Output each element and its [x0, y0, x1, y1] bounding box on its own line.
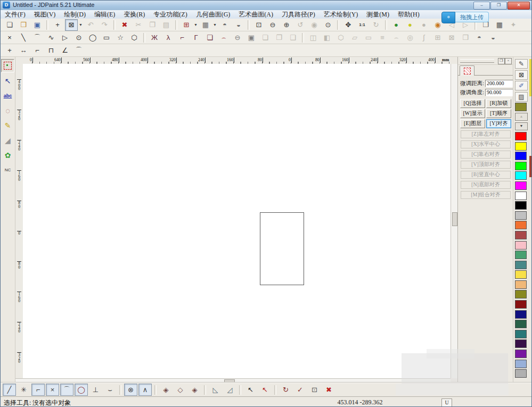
- measure-width-button[interactable]: ⊓: [45, 45, 58, 56]
- zoom-in-button[interactable]: ⊕: [280, 19, 293, 31]
- delete-button[interactable]: ✖: [118, 19, 131, 31]
- color-swatch[interactable]: [515, 132, 527, 140]
- outline-color-icon[interactable]: ⊠: [515, 70, 528, 80]
- text-tool-button[interactable]: abc: [1, 89, 14, 102]
- color-swatch[interactable]: [515, 171, 527, 180]
- head-cutter-button[interactable]: ◒: [232, 19, 245, 31]
- color-swatch[interactable]: [515, 330, 527, 338]
- color-swatch[interactable]: [515, 360, 527, 368]
- pick-window-button[interactable]: ⊡: [308, 384, 321, 396]
- art-brush-tool-button[interactable]: ✎: [1, 119, 14, 132]
- panel-header[interactable]: ❐ ×: [458, 57, 513, 65]
- spiral-tool-button[interactable]: ◎: [404, 32, 416, 44]
- snap-endpoint-button[interactable]: ╱: [3, 384, 16, 396]
- menu-item[interactable]: 编辑(E): [90, 10, 119, 19]
- snap-intersection-button[interactable]: ×: [46, 384, 59, 396]
- menu-item[interactable]: 专业功能(Z): [149, 10, 191, 19]
- select-mode-button[interactable]: ⊠: [65, 19, 78, 31]
- measure-angle-button[interactable]: ∠: [59, 45, 71, 56]
- show-highlight-button[interactable]: ●: [404, 19, 416, 31]
- panel-action-button[interactable]: [Y]对齐: [486, 119, 511, 128]
- color-swatch[interactable]: [515, 221, 527, 229]
- brush-color-icon[interactable]: ✐: [515, 81, 528, 90]
- draw-ellipse-button[interactable]: ◯: [86, 32, 99, 44]
- work-plane-free-button[interactable]: ◿: [223, 384, 236, 396]
- view-mode-dropdown[interactable]: ▼: [212, 20, 217, 30]
- snap-corner-button[interactable]: ⌐: [31, 384, 45, 396]
- paste-button[interactable]: ▤: [160, 19, 173, 31]
- zoom-previous-button[interactable]: ↺: [294, 19, 307, 31]
- color-swatch[interactable]: [515, 201, 527, 210]
- pen-color-icon[interactable]: ✎: [515, 59, 528, 69]
- draw-line-button[interactable]: ╲: [17, 32, 30, 44]
- vertical-scrollbar[interactable]: [451, 64, 458, 378]
- panel-action-button[interactable]: [W]显示: [460, 109, 485, 118]
- drawing-canvas[interactable]: [23, 64, 451, 378]
- trim-curve-button[interactable]: Ж: [148, 32, 161, 44]
- attribute-table-button[interactable]: ▦: [493, 19, 506, 31]
- menu-item[interactable]: 帮助(H): [394, 10, 424, 19]
- color-swatch[interactable]: [515, 339, 527, 348]
- node-edit-tool-button[interactable]: ↖: [1, 74, 14, 87]
- view-all-button[interactable]: ◉: [308, 19, 321, 31]
- panel-restore-button[interactable]: ❐: [498, 58, 505, 64]
- minimize-button[interactable]: –: [473, 2, 490, 10]
- snap-plane-xy-button[interactable]: ◈: [159, 384, 173, 396]
- render-tool-button[interactable]: ✦: [507, 19, 520, 31]
- color-swatch[interactable]: [515, 270, 527, 279]
- knife-tool-button[interactable]: ◢: [1, 134, 14, 147]
- combine-a-button[interactable]: ◫: [307, 32, 320, 44]
- menu-item[interactable]: 艺术绘制(Y): [320, 10, 363, 19]
- color-swatch[interactable]: [515, 310, 527, 319]
- snap-grid-button[interactable]: ⊗: [124, 384, 137, 396]
- color-swatch[interactable]: [515, 231, 527, 239]
- zoom-window-button[interactable]: ⊡: [252, 19, 265, 31]
- cut-button[interactable]: ✂: [132, 19, 145, 31]
- list-order-button[interactable]: ≡: [376, 32, 389, 44]
- flatten-a-button[interactable]: ▱: [348, 32, 361, 44]
- current-color-swatch[interactable]: [515, 103, 527, 111]
- show-hidden-button[interactable]: ●: [418, 19, 430, 31]
- measure-step-button[interactable]: ⌐: [31, 45, 44, 56]
- chamfer-corner-button[interactable]: Γ: [190, 32, 202, 44]
- measure-distance-button[interactable]: ↔: [17, 45, 30, 56]
- menu-item[interactable]: 测量(M): [362, 10, 394, 19]
- color-swatch[interactable]: [515, 142, 527, 151]
- slot-shape-button[interactable]: ⊖: [231, 32, 244, 44]
- color-swatch[interactable]: [515, 280, 527, 289]
- weld-shapes-button[interactable]: ⬡: [334, 32, 347, 44]
- abort-tool-button[interactable]: ✖: [322, 384, 335, 396]
- zoom-actual-button[interactable]: 1:1: [356, 19, 369, 31]
- color-swatch[interactable]: [515, 350, 527, 358]
- offset-curve-button[interactable]: ❏: [203, 32, 216, 44]
- color-swatch[interactable]: [515, 251, 527, 259]
- panel-action-button[interactable]: [Q]选择: [460, 99, 485, 108]
- align-button[interactable]: [V]顶部对齐: [461, 161, 511, 169]
- array-copy-button[interactable]: ❐: [273, 32, 285, 44]
- panel-action-button[interactable]: [T]顺序: [486, 109, 511, 118]
- align-button[interactable]: [C]靠右对齐: [461, 151, 511, 159]
- close-button[interactable]: ✕: [508, 2, 530, 10]
- new-file-button[interactable]: ❏: [3, 19, 16, 31]
- pick-add-button[interactable]: ↖: [244, 384, 257, 396]
- palette-scroll-down[interactable]: ▼: [515, 122, 528, 130]
- grid-array-button[interactable]: ⊞: [431, 32, 444, 44]
- color-swatch[interactable]: [515, 261, 527, 269]
- nudge-distance-input[interactable]: [485, 80, 515, 87]
- draw-point-button[interactable]: ×: [3, 32, 16, 44]
- refresh-view-button[interactable]: ↻: [370, 19, 382, 31]
- draw-arc-button[interactable]: ⌒: [31, 32, 44, 44]
- select-tool-button[interactable]: [1, 59, 14, 72]
- color-swatch[interactable]: [515, 162, 527, 170]
- group-pack-button[interactable]: ❒: [459, 32, 472, 44]
- color-swatch[interactable]: [515, 152, 527, 160]
- menu-item[interactable]: 几何曲面(G): [192, 10, 235, 19]
- nc-output-tool-button[interactable]: NC: [1, 163, 14, 177]
- snap-tangent-button[interactable]: ⌣: [103, 384, 117, 396]
- menu-item[interactable]: 艺术曲面(A): [234, 10, 277, 19]
- panel-action-button[interactable]: [R]加锁: [486, 99, 511, 108]
- color-swatch[interactable]: [515, 192, 527, 200]
- align-button[interactable]: [M]组合对齐: [461, 191, 511, 199]
- measure-coord-button[interactable]: +: [3, 45, 16, 56]
- head-dome-button[interactable]: ◓: [218, 19, 231, 31]
